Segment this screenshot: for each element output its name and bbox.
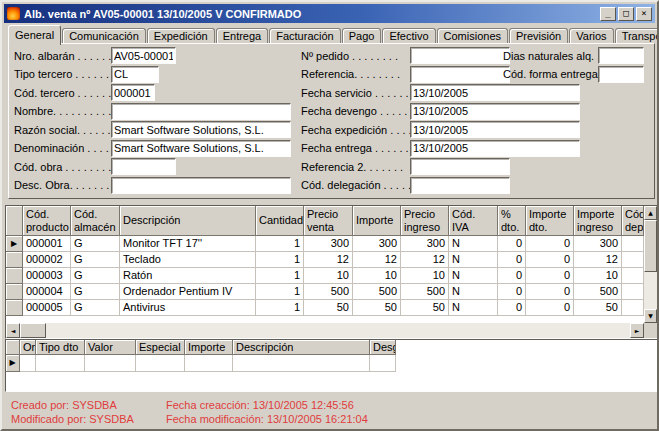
cell[interactable]	[622, 252, 644, 268]
field-desc-obra[interactable]	[111, 177, 291, 194]
horizontal-scrollbar[interactable]: ◄ ►	[6, 323, 644, 338]
col-header-cantidad[interactable]: Cantidad	[256, 206, 304, 236]
vertical-scroll-thumb[interactable]	[644, 220, 657, 272]
cell[interactable]: Antivirus	[120, 300, 256, 316]
field-tipo-tercero[interactable]	[111, 66, 159, 83]
cell[interactable]: 0	[526, 300, 574, 316]
cell[interactable]: G	[71, 236, 120, 252]
tab-transporte[interactable]: Transporte	[615, 28, 659, 44]
cell[interactable]: N	[449, 300, 498, 316]
cell[interactable]: 1	[256, 284, 304, 300]
tab-entrega[interactable]: Entrega	[216, 28, 269, 44]
cell[interactable]: 0	[526, 252, 574, 268]
field-cod-tercero[interactable]	[111, 84, 155, 101]
col-header-precio-ingreso[interactable]: Precio ingreso	[401, 206, 449, 236]
maximize-button[interactable]: □	[618, 7, 634, 21]
col-header-cod-dep[interactable]: Cód dep	[622, 206, 644, 236]
col-header-importe[interactable]: Importe	[353, 206, 401, 236]
scroll-down-icon[interactable]: ▼	[644, 309, 657, 323]
field-fecha-expedicion[interactable]	[410, 121, 580, 138]
cell[interactable]	[370, 355, 396, 372]
cell[interactable]	[622, 236, 644, 252]
cell[interactable]: 1	[256, 268, 304, 284]
field-fecha-servicio[interactable]	[410, 84, 580, 101]
cell[interactable]	[622, 300, 644, 316]
cell[interactable]: Teclado	[120, 252, 256, 268]
col-header-especial[interactable]: Especial	[136, 340, 185, 355]
field-razon-social[interactable]	[111, 121, 291, 138]
cell[interactable]: 000003	[23, 268, 71, 284]
field-nro-albaran[interactable]	[111, 47, 176, 64]
field-nombre[interactable]	[111, 103, 291, 120]
col-header-desgl[interactable]: Desgl	[370, 340, 396, 355]
cell[interactable]: 500	[401, 284, 449, 300]
col-header-cod-almacen[interactable]: Cód. almacén	[71, 206, 120, 236]
cell[interactable]: 1	[256, 252, 304, 268]
cell[interactable]: 0	[498, 300, 526, 316]
cell[interactable]: 0	[526, 284, 574, 300]
cell[interactable]: 0	[526, 236, 574, 252]
cell[interactable]: 0	[498, 252, 526, 268]
row-selector[interactable]	[6, 268, 23, 284]
tab-comunicacion[interactable]: Comunicación	[62, 28, 146, 44]
field-referencia-2[interactable]	[410, 158, 510, 175]
vertical-scroll-track[interactable]	[644, 272, 657, 309]
col-header-cod-iva[interactable]: Cód. IVA	[449, 206, 498, 236]
col-header-importe-dto[interactable]: Importe dto.	[526, 206, 574, 236]
cell[interactable]: 10	[353, 268, 401, 284]
tab-general[interactable]: General	[8, 25, 61, 45]
cell[interactable]: 0	[526, 268, 574, 284]
row-selector[interactable]	[6, 284, 23, 300]
cell[interactable]: G	[71, 252, 120, 268]
field-cod-forma-entrega[interactable]	[598, 66, 644, 83]
field-num-pedido[interactable]	[410, 47, 510, 64]
cell[interactable]: 10	[574, 268, 622, 284]
field-cod-delegacion[interactable]	[410, 177, 510, 194]
cell[interactable]	[185, 355, 233, 372]
vertical-scrollbar[interactable]: ▲ ▼	[644, 206, 657, 323]
cell[interactable]: Monitor TFT 17''	[120, 236, 256, 252]
cell[interactable]	[20, 355, 36, 372]
cell[interactable]: 0	[498, 284, 526, 300]
col-header-dto[interactable]: % dto.	[498, 206, 526, 236]
cell[interactable]: N	[449, 236, 498, 252]
app-icon[interactable]	[7, 7, 20, 20]
col-header-precio-venta[interactable]: Precio venta	[304, 206, 353, 236]
close-button[interactable]: ×	[636, 7, 652, 21]
cell[interactable]: 000005	[23, 300, 71, 316]
field-cod-obra[interactable]	[111, 158, 176, 175]
cell[interactable]: 000002	[23, 252, 71, 268]
scroll-up-icon[interactable]: ▲	[644, 206, 657, 220]
cell[interactable]: 300	[304, 236, 353, 252]
cell[interactable]: G	[71, 300, 120, 316]
cell[interactable]	[622, 268, 644, 284]
cell[interactable]: 500	[304, 284, 353, 300]
cell[interactable]: 300	[401, 236, 449, 252]
horizontal-scroll-track[interactable]	[46, 323, 630, 338]
cell[interactable]: N	[449, 284, 498, 300]
cell[interactable]: 0	[498, 268, 526, 284]
cell[interactable]: 10	[304, 268, 353, 284]
col-header-importe-ingreso[interactable]: Importe ingreso	[574, 206, 622, 236]
cell[interactable]: N	[449, 268, 498, 284]
col-header-importe[interactable]: Importe	[185, 340, 233, 355]
cell[interactable]: 12	[353, 252, 401, 268]
cell[interactable]: G	[71, 268, 120, 284]
tab-comisiones[interactable]: Comisiones	[437, 28, 508, 44]
cell[interactable]	[233, 355, 370, 372]
cell[interactable]: 300	[353, 236, 401, 252]
scroll-right-icon[interactable]: ►	[630, 323, 644, 338]
horizontal-scroll-thumb[interactable]	[20, 323, 46, 338]
cell[interactable]: 0	[498, 236, 526, 252]
cell[interactable]: 12	[574, 252, 622, 268]
tab-varios[interactable]: Varios	[569, 28, 613, 44]
cell[interactable]: 1	[256, 300, 304, 316]
minimize-button[interactable]: _	[600, 7, 616, 21]
col-header-ord[interactable]: Ord	[20, 340, 36, 355]
cell[interactable]: 000001	[23, 236, 71, 252]
cell[interactable]: 50	[304, 300, 353, 316]
col-header-tipo-dto[interactable]: Tipo dto	[36, 340, 85, 355]
col-header-cod-producto[interactable]: Cód. producto	[23, 206, 71, 236]
cell[interactable]: 500	[574, 284, 622, 300]
cell[interactable]: 10	[401, 268, 449, 284]
